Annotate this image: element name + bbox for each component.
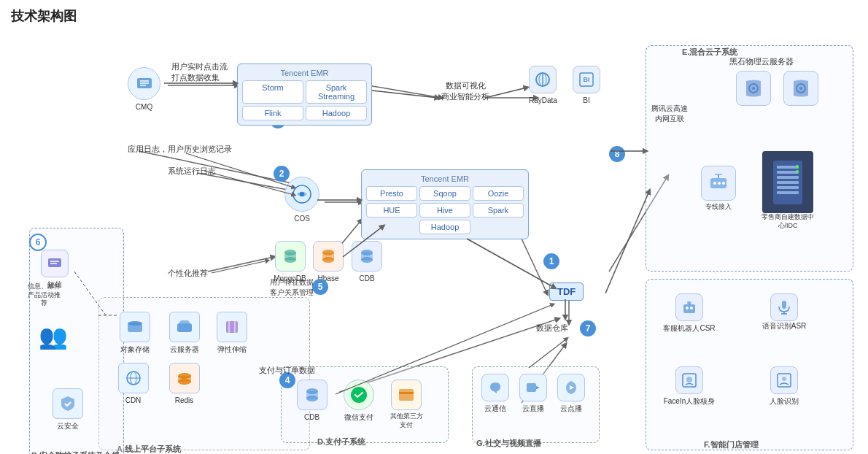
cloud-security-label: 云安全 (57, 421, 79, 431)
tdf-label: TDF (549, 282, 584, 301)
svg-rect-75 (777, 191, 799, 194)
svg-rect-83 (782, 301, 786, 309)
badge-6: 6 (29, 234, 47, 251)
emr2-hue: HUE (366, 203, 417, 218)
tencent-highspeed-label: 腾讯云高速内网互联 (651, 104, 688, 124)
redis-icon-box: Redis (164, 363, 204, 405)
svg-rect-70 (777, 166, 799, 169)
wechat-pay-icon-box: 微信支付 (337, 380, 381, 422)
svg-rect-37 (226, 321, 238, 333)
user-click-flow-label: 用户实时点击流打点数据收集 (171, 61, 228, 84)
svg-line-93 (485, 88, 527, 98)
csr-robot-label: 客服机器人CSR (663, 323, 715, 333)
svg-rect-55 (527, 383, 536, 392)
emr2-hadoop: Hadoop (419, 220, 470, 234)
svg-rect-46 (48, 258, 61, 267)
csr-robot-icon-box: 客服机器人CSR (653, 293, 726, 333)
facein-icon-box: FaceIn人脸核身 (653, 366, 726, 406)
cmq-label: CMQ (136, 102, 152, 112)
badge-1: 1 (543, 253, 559, 269)
svg-point-51 (306, 396, 318, 401)
svg-point-82 (690, 307, 693, 309)
svg-rect-78 (683, 304, 695, 313)
svg-rect-71 (777, 171, 799, 174)
svg-line-5 (522, 239, 547, 293)
svg-point-89 (782, 377, 786, 381)
svg-line-100 (605, 191, 649, 293)
svg-line-2 (368, 85, 441, 98)
face-recognition-icon-box: 人脸识别 (748, 366, 821, 406)
svg-point-59 (752, 87, 755, 90)
bi-label: BI (583, 96, 589, 105)
emr2-hive: Hive (419, 203, 470, 218)
cmq-icon-box: CMQ (128, 67, 160, 112)
face-recognition-label: 人脸识别 (770, 396, 799, 406)
users-icon-box: 👥 (33, 323, 73, 350)
cloud-vod-icon-box: 云点播 (552, 374, 590, 413)
svg-line-102 (212, 261, 268, 273)
personal-rec-label: 个性化推荐 (168, 268, 208, 279)
wechat-pay-label: 微信支付 (344, 412, 373, 422)
svg-rect-54 (399, 392, 414, 394)
svg-point-61 (799, 87, 802, 90)
badge-5: 5 (312, 279, 328, 295)
cloud-comm-icon-box: 云通信 (476, 374, 514, 413)
cloud-comm-label: 云通信 (484, 404, 506, 413)
cdb-top-icon-box: CDB (349, 241, 385, 283)
svg-point-35 (128, 321, 142, 326)
cdn-label: CDN (125, 396, 142, 405)
user-feature-label: 用户特征数据客户关系管理 (270, 277, 314, 298)
svg-point-33 (361, 257, 373, 263)
data-viz-label: 数据可视化商业智能分析 (441, 80, 489, 103)
sys-log-label: 系统运行日志 (168, 166, 216, 177)
svg-line-104 (529, 339, 567, 368)
svg-rect-74 (777, 186, 799, 189)
emr2-box: Tencent EMR Presto Sqoop Oozie HUE Hive … (361, 169, 529, 239)
blackstone-icon1 (733, 71, 773, 108)
svg-point-45 (178, 379, 191, 385)
cdb-bottom-label: CDB (304, 412, 319, 422)
cloud-security-icon-box: 云安全 (44, 388, 91, 431)
cdb-top-label: CDB (359, 274, 374, 283)
region-b-label: B.安全防护子系统及合规 (31, 450, 120, 454)
cdb-bottom-icon-box: CDB (292, 380, 332, 422)
other-pay-label: 其他第三方支付 (390, 412, 423, 429)
emr2-spark: Spark (473, 203, 524, 218)
retail-dc-label: 零售商自建数据中心/IDC (755, 213, 821, 230)
other-pay-icon-box: 其他第三方支付 (384, 380, 428, 429)
obj-storage-icon-box: 对象存储 (113, 312, 157, 354)
elastic-comp-label: 弹性伸缩 (217, 345, 247, 354)
emr2-title: Tencent EMR (366, 174, 524, 183)
svg-point-76 (796, 165, 799, 168)
emr2-sqoop: Sqoop (419, 186, 470, 201)
asr-speech-icon-box: 语音识别ASR (748, 293, 821, 331)
svg-point-30 (322, 257, 334, 263)
svg-point-24 (300, 192, 304, 196)
svg-rect-73 (777, 181, 799, 184)
region-a-label: A.线上平台子系统 (117, 444, 181, 454)
cloud-server-icon-box: 云服务器 (164, 312, 204, 354)
elastic-comp-icon-box: 弹性伸缩 (212, 312, 252, 354)
cdn-icon-box: CDN (113, 363, 153, 405)
svg-point-65 (722, 182, 725, 185)
redis-label: Redis (175, 396, 194, 405)
cloud-vod-label: 云点播 (560, 404, 582, 413)
data-warehouse-label: 数据仓库 (536, 323, 568, 334)
svg-marker-56 (536, 386, 540, 389)
raydata-label: RayData (529, 96, 557, 105)
tdf-box: TDF (549, 282, 584, 301)
cloud-server-label: 云服务器 (170, 345, 199, 354)
emr1-storm: Storm (242, 80, 303, 104)
blackstone-label: 黑石物理云服务器 (729, 56, 794, 67)
cos-label: COS (294, 214, 310, 223)
svg-point-64 (718, 182, 721, 185)
bi-icon-box: BI BI (573, 66, 600, 105)
badge-8: 8 (609, 146, 625, 162)
emr2-presto: Presto (366, 186, 417, 201)
svg-text:BI: BI (584, 76, 590, 83)
info-mail-push-label: 信息、邮件产品活动推荐 (15, 282, 73, 308)
region-d-label: D.支付子系统 (317, 436, 365, 447)
page-title: 技术架构图 (11, 7, 857, 25)
svg-line-9 (139, 151, 295, 184)
retail-dc-icon-box: 零售商自建数据中心/IDC (755, 151, 821, 230)
